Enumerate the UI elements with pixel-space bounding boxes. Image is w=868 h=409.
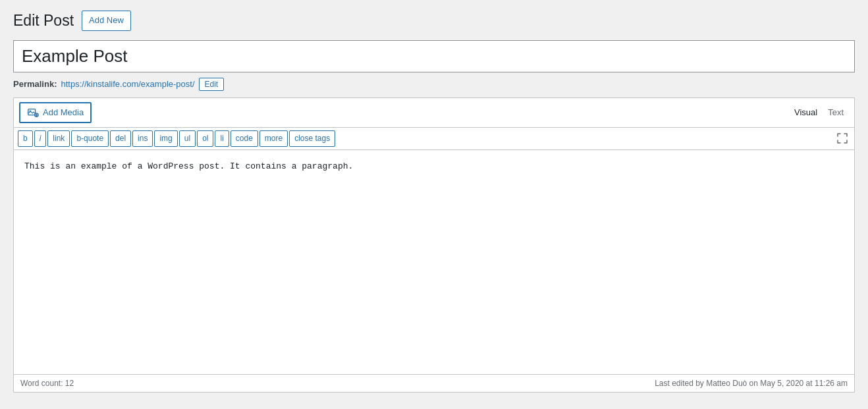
- fmt-more[interactable]: more: [259, 130, 288, 147]
- add-media-label: Add Media: [43, 107, 84, 117]
- editor-toolbar-top: Add Media Visual Text: [14, 98, 854, 128]
- fmt-bold[interactable]: b: [18, 130, 33, 147]
- permalink-link[interactable]: https://kinstalife.com/example-post/: [61, 79, 194, 89]
- word-count-value: 12: [65, 379, 74, 388]
- fmt-img[interactable]: img: [154, 130, 177, 147]
- fullscreen-button[interactable]: [834, 132, 850, 145]
- tab-visual[interactable]: Visual: [789, 105, 823, 120]
- permalink-label: Permalink:: [13, 79, 57, 89]
- page-title: Edit Post: [13, 12, 74, 30]
- fmt-bquote[interactable]: b-quote: [71, 130, 109, 147]
- add-new-button[interactable]: Add New: [82, 11, 131, 31]
- permalink-edit-button[interactable]: Edit: [199, 78, 225, 91]
- word-count-label: Word count:: [20, 379, 63, 388]
- view-tabs: Visual Text: [789, 105, 849, 120]
- fmt-link[interactable]: link: [47, 130, 70, 147]
- word-count: Word count: 12: [20, 379, 74, 388]
- fmt-del[interactable]: del: [110, 130, 131, 147]
- editor-formatting-bar: b i link b-quote del ins img ul ol li co…: [14, 128, 854, 150]
- post-title-input[interactable]: [13, 40, 855, 72]
- editor-content[interactable]: This is an example of a WordPress post. …: [14, 150, 854, 374]
- fmt-italic[interactable]: i: [34, 130, 47, 147]
- add-media-button[interactable]: Add Media: [19, 102, 92, 123]
- fmt-close-tags[interactable]: close tags: [289, 130, 335, 147]
- editor-footer: Word count: 12 Last edited by Matteo Duò…: [14, 374, 854, 392]
- editor-container: Add Media Visual Text b i link b-quote d…: [13, 97, 855, 393]
- fmt-ul[interactable]: ul: [179, 130, 196, 147]
- fmt-li[interactable]: li: [215, 130, 229, 147]
- add-media-icon: [27, 107, 39, 119]
- tab-text[interactable]: Text: [823, 105, 849, 120]
- last-edited: Last edited by Matteo Duò on May 5, 2020…: [655, 379, 848, 388]
- formatting-buttons: b i link b-quote del ins img ul ol li co…: [18, 130, 335, 147]
- fmt-ins[interactable]: ins: [132, 130, 153, 147]
- fmt-code[interactable]: code: [231, 130, 258, 147]
- fmt-ol[interactable]: ol: [197, 130, 213, 147]
